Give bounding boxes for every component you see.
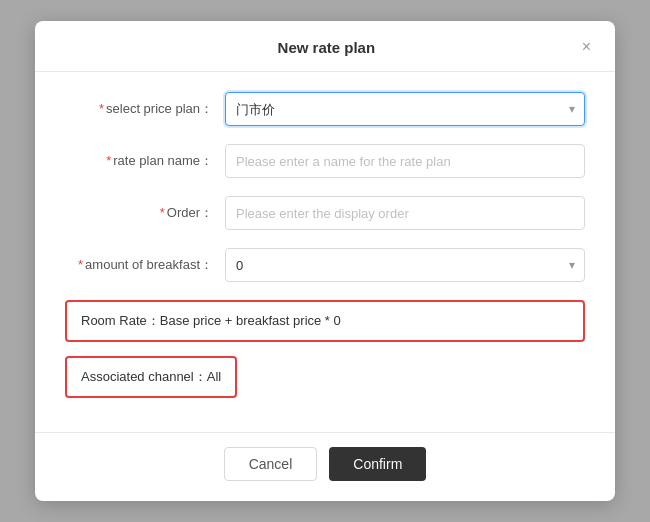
channel-value: All <box>207 369 221 384</box>
dialog-footer: Cancel Confirm <box>35 432 615 501</box>
breakfast-select[interactable]: 0 1 2 <box>225 248 585 282</box>
order-control <box>225 196 585 230</box>
rate-plan-name-control <box>225 144 585 178</box>
order-label: *Order： <box>65 204 225 222</box>
cancel-button[interactable]: Cancel <box>224 447 318 481</box>
channel-label: Associated channel： <box>81 369 207 384</box>
breakfast-label: *amount of breakfast： <box>65 256 225 274</box>
dialog: New rate plan × *select price plan： 门市价 … <box>35 21 615 501</box>
required-star-2: * <box>106 153 111 168</box>
select-price-plan-control: 门市价 会员价 协议价 ▾ <box>225 92 585 126</box>
close-button[interactable]: × <box>578 37 595 57</box>
room-rate-label: Room Rate： <box>81 313 160 328</box>
associated-channel-box: Associated channel：All <box>65 356 237 398</box>
rate-plan-name-row: *rate plan name： <box>65 144 585 178</box>
confirm-button[interactable]: Confirm <box>329 447 426 481</box>
breakfast-row: *amount of breakfast： 0 1 2 ▾ <box>65 248 585 282</box>
select-price-plan-label: *select price plan： <box>65 100 225 118</box>
required-star: * <box>99 101 104 116</box>
room-rate-box: Room Rate：Base price + breakfast price *… <box>65 300 585 342</box>
order-row: *Order： <box>65 196 585 230</box>
dialog-header: New rate plan × <box>35 21 615 72</box>
dialog-body: *select price plan： 门市价 会员价 协议价 ▾ *rate … <box>35 72 615 432</box>
breakfast-control: 0 1 2 ▾ <box>225 248 585 282</box>
select-price-plan-input[interactable]: 门市价 会员价 协议价 <box>225 92 585 126</box>
order-input[interactable] <box>225 196 585 230</box>
modal-overlay: New rate plan × *select price plan： 门市价 … <box>0 0 650 522</box>
required-star-4: * <box>78 257 83 272</box>
rate-plan-name-label: *rate plan name： <box>65 152 225 170</box>
required-star-3: * <box>160 205 165 220</box>
rate-plan-name-input[interactable] <box>225 144 585 178</box>
room-rate-value: Base price + breakfast price * 0 <box>160 313 341 328</box>
select-price-plan-row: *select price plan： 门市价 会员价 协议价 ▾ <box>65 92 585 126</box>
dialog-title: New rate plan <box>75 39 578 56</box>
